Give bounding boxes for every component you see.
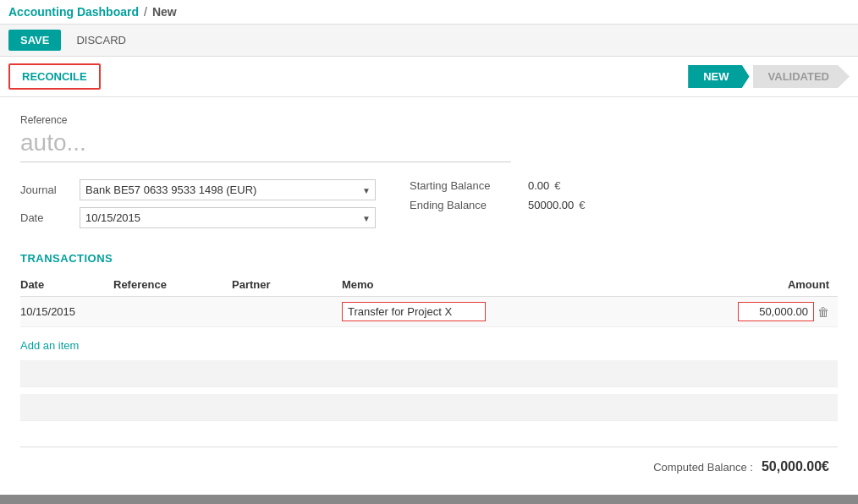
form-right: Starting Balance 0.00 € Ending Balance 5… bbox=[410, 179, 838, 235]
row-amount: 🗑 bbox=[728, 302, 838, 321]
memo-input[interactable] bbox=[342, 302, 486, 321]
empty-row-1 bbox=[20, 360, 838, 387]
col-header-amount: Amount bbox=[728, 278, 838, 291]
transactions-section: TRANSACTIONS Date Reference Partner Memo… bbox=[20, 252, 838, 478]
row-memo bbox=[342, 302, 728, 321]
reference-placeholder: auto... bbox=[20, 129, 511, 162]
toolbar: SAVE DISCARD bbox=[0, 25, 858, 57]
reference-section: Reference auto... bbox=[20, 114, 838, 162]
form-row: Journal Bank BE57 0633 9533 1498 (EUR) ▼… bbox=[20, 179, 838, 235]
date-select[interactable]: 10/15/2015 bbox=[80, 207, 376, 228]
status-bar: NEW VALIDATED bbox=[688, 65, 850, 88]
journal-select[interactable]: Bank BE57 0633 9533 1498 (EUR) bbox=[80, 179, 376, 200]
journal-label: Journal bbox=[20, 184, 80, 196]
col-header-partner: Partner bbox=[232, 278, 342, 291]
journal-field-row: Journal Bank BE57 0633 9533 1498 (EUR) ▼ bbox=[20, 179, 376, 200]
starting-balance-label: Starting Balance bbox=[410, 179, 528, 192]
date-container: 10/15/2015 ▼ bbox=[80, 207, 376, 228]
transactions-title: TRANSACTIONS bbox=[20, 252, 838, 265]
ending-balance-row: Ending Balance 50000.00 € bbox=[410, 199, 838, 211]
reconcile-button[interactable]: RECONCILE bbox=[8, 63, 101, 90]
date-field-row: Date 10/15/2015 ▼ bbox=[20, 207, 376, 228]
reference-label: Reference bbox=[20, 114, 838, 126]
col-header-reference: Reference bbox=[113, 278, 232, 291]
breadcrumb-home-link[interactable]: Accounting Dashboard bbox=[8, 5, 139, 19]
empty-row-2 bbox=[20, 394, 838, 421]
starting-balance-row: Starting Balance 0.00 € bbox=[410, 179, 838, 192]
starting-balance-currency: € bbox=[554, 179, 560, 192]
starting-balance-value: 0.00 bbox=[528, 179, 549, 192]
main-content: Reference auto... Journal Bank BE57 0633… bbox=[0, 97, 858, 495]
page-wrapper: Accounting Dashboard / New SAVE DISCARD … bbox=[0, 0, 858, 504]
add-item-container: Add an item bbox=[20, 327, 838, 357]
computed-balance-row: Computed Balance : 50,000.00€ bbox=[20, 446, 838, 478]
amount-input[interactable] bbox=[738, 302, 814, 321]
ending-balance-currency: € bbox=[579, 199, 585, 211]
row-date: 10/15/2015 bbox=[20, 305, 113, 318]
ending-balance-value: 50000.00 bbox=[528, 199, 574, 211]
breadcrumb-separator: / bbox=[144, 5, 147, 19]
breadcrumb: Accounting Dashboard / New bbox=[0, 0, 858, 25]
col-header-memo: Memo bbox=[342, 278, 728, 291]
breadcrumb-current: New bbox=[152, 5, 177, 19]
add-item-link[interactable]: Add an item bbox=[20, 339, 79, 352]
computed-balance-label: Computed Balance : bbox=[653, 461, 753, 474]
discard-button[interactable]: DISCARD bbox=[68, 30, 135, 51]
date-label: Date bbox=[20, 211, 80, 224]
content-wrapper: Accounting Dashboard / New SAVE DISCARD … bbox=[0, 0, 858, 495]
journal-container: Bank BE57 0633 9533 1498 (EUR) ▼ bbox=[80, 179, 376, 200]
delete-row-icon[interactable]: 🗑 bbox=[817, 305, 829, 319]
table-header: Date Reference Partner Memo Amount bbox=[20, 273, 838, 297]
computed-balance-value: 50,000.00€ bbox=[762, 459, 829, 474]
status-new: NEW bbox=[688, 65, 749, 88]
status-validated: VALIDATED bbox=[753, 65, 850, 88]
col-header-date: Date bbox=[20, 278, 113, 291]
save-button[interactable]: SAVE bbox=[8, 30, 61, 51]
form-left: Journal Bank BE57 0633 9533 1498 (EUR) ▼… bbox=[20, 179, 376, 235]
ending-balance-label: Ending Balance bbox=[410, 199, 528, 211]
table-row: 10/15/2015 🗑 bbox=[20, 297, 838, 327]
action-bar: RECONCILE NEW VALIDATED bbox=[0, 57, 858, 97]
